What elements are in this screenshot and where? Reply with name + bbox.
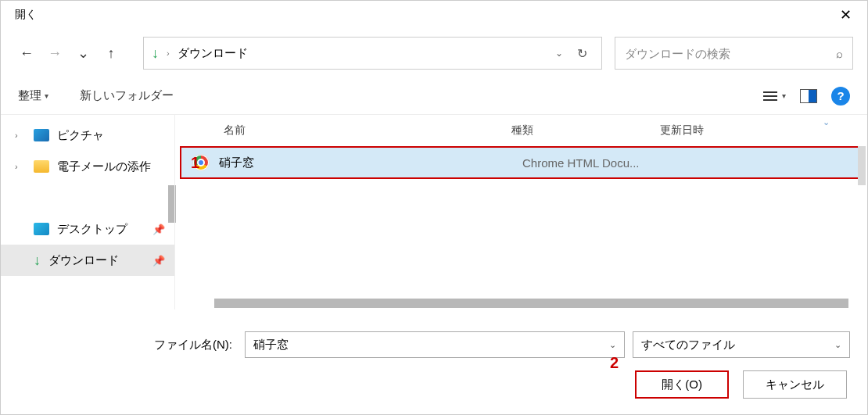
help-button[interactable]: ? [831, 87, 850, 106]
sidebar-item-desktop[interactable]: デスクトップ 📌 [1, 213, 174, 245]
filename-label: ファイル名(N): [18, 338, 237, 352]
sidebar-item-label: デスクトップ [57, 222, 127, 237]
pin-icon: 📌 [152, 224, 165, 235]
vertical-scrollbar[interactable] [858, 146, 866, 185]
filetype-select[interactable]: すべてのファイル ⌄ [633, 331, 850, 358]
breadcrumb-separator: › [167, 48, 170, 58]
back-button[interactable]: ← [15, 41, 38, 65]
sidebar-item-label: ピクチャ [57, 128, 104, 143]
column-headers[interactable]: 名前 種類 更新日時 ⌄ [175, 115, 867, 146]
downloads-icon: ↓ [34, 252, 41, 269]
filename-input[interactable]: 硝子窓 ⌄ [245, 331, 625, 358]
pictures-icon [34, 129, 49, 141]
view-menu[interactable]: ▾ [763, 91, 786, 101]
annotation-2: 2 [610, 354, 619, 372]
sidebar-item-pictures[interactable]: › ピクチャ [1, 120, 174, 151]
search-box[interactable]: ⌕ [615, 37, 853, 70]
search-icon: ⌕ [836, 47, 843, 60]
organize-menu[interactable]: 整理▾ [18, 88, 48, 103]
sidebar-item-email-attachments[interactable]: › 電子メールの添作 [1, 151, 174, 182]
folder-icon [34, 160, 49, 173]
horizontal-scrollbar[interactable] [214, 299, 848, 308]
search-input[interactable] [625, 47, 836, 60]
navigation-sidebar: › ピクチャ › 電子メールの添作 デスクトップ 📌 ↓ ダウンロード 📌 [1, 115, 174, 309]
up-button[interactable]: ↑ [99, 41, 123, 65]
forward-button[interactable]: → [43, 41, 66, 65]
annotation-1: 1 [191, 154, 199, 172]
file-row[interactable]: 硝子窓 Chrome HTML Docu... [180, 146, 863, 179]
refresh-button[interactable]: ↻ [571, 46, 594, 61]
downloads-icon: ↓ [152, 45, 159, 62]
file-list: 名前 種類 更新日時 ⌄ 硝子窓 Chrome HTML Docu... [174, 115, 867, 309]
sort-indicator-icon: ⌄ [823, 117, 830, 127]
chevron-right-icon: › [15, 131, 26, 140]
column-date[interactable]: 更新日時 [660, 123, 867, 138]
recent-dropdown[interactable]: ⌄ [71, 41, 95, 65]
current-location: ダウンロード [178, 46, 547, 61]
close-button[interactable]: ✕ [834, 3, 858, 27]
sidebar-item-label: ダウンロード [48, 253, 119, 268]
chevron-down-icon[interactable]: ⌄ [609, 340, 616, 350]
file-type: Chrome HTML Docu... [522, 156, 671, 170]
cancel-button[interactable]: キャンセル [743, 370, 847, 399]
pin-icon: 📌 [152, 255, 165, 267]
location-dropdown-icon[interactable]: ⌄ [555, 48, 563, 59]
chevron-right-icon: › [15, 162, 26, 171]
preview-pane-button[interactable] [800, 89, 817, 103]
file-name: 硝子窓 [219, 156, 522, 170]
sidebar-item-label: 電子メールの添作 [57, 159, 151, 174]
dialog-title: 開く [15, 8, 37, 22]
list-view-icon [763, 91, 777, 101]
open-button[interactable]: 開く(O) [635, 370, 729, 399]
sidebar-item-downloads[interactable]: ↓ ダウンロード 📌 [1, 245, 174, 276]
desktop-icon [34, 223, 49, 235]
new-folder-button[interactable]: 新しいフォルダー [80, 88, 174, 103]
column-type[interactable]: 種類 [511, 123, 660, 138]
chevron-down-icon[interactable]: ⌄ [834, 340, 841, 350]
address-bar[interactable]: ↓ › ダウンロード ⌄ ↻ [143, 37, 602, 70]
column-name[interactable]: 名前 [175, 123, 511, 138]
